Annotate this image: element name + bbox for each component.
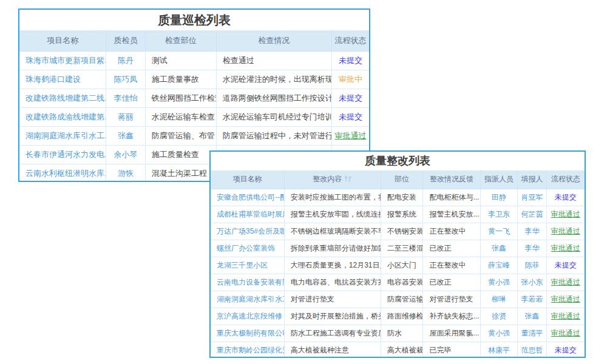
column-header-project-name: 项目名称 [19,30,106,51]
inspector-link[interactable]: 蒋丽 [118,112,134,121]
status-badge[interactable]: 未提交 [555,193,577,201]
assignee-link[interactable]: 薛宝峰 [488,261,510,269]
status-badge[interactable]: 审批通过 [551,329,580,337]
inspector-link[interactable]: 陈巧凤 [114,75,138,84]
cell-workflow-status: 审批通过 [546,206,585,223]
project-name-link[interactable]: 改建铁路线增建第二线... [25,93,106,103]
reporter-link[interactable]: 张小东 [521,278,543,286]
rectify-feedback-text: 报警主机安放... [429,210,479,218]
cell-project-name: 云南水利枢纽潜明水库... [19,164,106,182]
reporter-link[interactable]: 陈菲 [524,261,539,269]
status-badge[interactable]: 未提交 [555,346,577,354]
project-name-link[interactable]: 京沪高速北京段维修 [217,312,282,320]
project-name-link[interactable]: 长春市伊通河水力发电... [25,150,106,159]
cell-rectify-feedback: 报警主机安放... [423,206,480,223]
status-badge[interactable]: 未提交 [339,112,362,121]
assignee-link[interactable]: 李卫东 [488,210,510,218]
cell-inspect-result: 检查通过 [216,51,331,70]
status-badge[interactable]: 审批通过 [334,131,366,140]
reporter-link[interactable]: 张鑫 [524,312,539,320]
rectify-feedback-text: 正在整改中 [429,227,466,235]
reporter-link[interactable]: 李华 [524,227,539,235]
cell-project-name: 成都杜甫草堂临时展厅独立展... [211,206,284,223]
project-name-link[interactable]: 安徽合肥供电公司--配电设备... [217,193,284,201]
status-badge[interactable]: 审批通过 [551,278,580,286]
rectify-content-text: 大理石质量更换，12月31日之... [291,261,381,269]
reporter-link[interactable]: 李若若 [521,295,543,303]
column-header-label: 指派人员 [484,175,514,183]
column-header-label: 质检员 [114,36,138,45]
assignee-link[interactable]: 黄一飞 [488,227,510,235]
cell-reporter: 范思哲 [518,342,546,358]
cell-assignee: 薛宝峰 [480,257,518,274]
project-name-link[interactable]: 珠海鹤港口建设 [25,75,81,84]
cell-inspect-part: 施工质量检查 [145,145,216,164]
table-row: 重庆太极制药有限公司亳州中...防水工程施工选调有专业资质...防水屋面采用聚氯… [211,325,585,342]
reporter-link[interactable]: 何芷茵 [521,210,543,218]
rectify-content-text: 电力电容器、电抗器安装方案,... [291,278,381,286]
cell-project-name: 螺丝厂办公室装饰 [211,240,284,257]
project-name-link[interactable]: 螺丝厂办公室装饰 [217,244,275,252]
reporter-link[interactable]: 董清平 [521,329,543,337]
status-badge[interactable]: 未提交 [339,93,362,103]
reporter-link[interactable]: 李华 [524,244,539,252]
cell-inspect-part: 水泥砼运输车检查 [145,107,216,126]
assignee-link[interactable]: 张鑫 [492,244,506,252]
project-name-link[interactable]: 重庆太极制药有限公司亳州中... [217,329,284,337]
status-badge[interactable]: 审批中 [339,75,362,84]
status-badge[interactable]: 审批通过 [551,227,580,235]
cell-rectify-content: 安装时应按施工图的布置，将... [284,189,381,206]
cell-rectify-feedback: 屋面采用聚氯... [423,325,480,342]
project-name-link[interactable]: 万达广场35#会所及咖啡厅空... [217,227,284,235]
cell-inspector: 余小琴 [106,145,146,164]
cell-workflow-status: 未提交 [331,107,369,126]
project-name-link[interactable]: 珠海市城市更新项目紫... [25,56,106,65]
status-badge[interactable]: 审批通过 [551,210,580,218]
project-name-link[interactable]: 成都杜甫草堂临时展厅独立展... [217,210,284,218]
cell-inspector: 李佳怡 [106,89,146,107]
table-row: 湖南洞庭湖水库引水工程施工1标对管进行垫支防腐管运输...对管进行垫支柳琳李若若… [211,291,585,308]
assignee-link[interactable]: 柳琳 [492,295,506,303]
project-name-link[interactable]: 重庆市鹅岭公园绿化景观提升... [217,346,284,354]
part-text: 二至三楼混... [387,244,423,252]
inspector-link[interactable]: 陈丹 [118,56,134,65]
assignee-link[interactable]: 林康平 [488,346,510,354]
part-text: 小区大门 [387,261,416,269]
assignee-link[interactable]: 黄小强 [488,329,510,337]
cell-workflow-status: 未提交 [546,257,585,274]
project-name-link[interactable]: 湖南洞庭湖水库引水工程施工1标 [217,295,284,303]
cell-rectify-content: 对其及时开展整治措施，桥头... [284,308,381,325]
rectify-feedback-text: 补齐缺失标志... [429,312,479,320]
sort-icon[interactable] [344,175,352,184]
inspector-link[interactable]: 李佳怡 [114,93,138,103]
page-canvas: 质量巡检列表 项目名称 质检员 检查部位 检查情况 流程状态 珠海市城市更新项目… [0,0,607,364]
cell-inspect-result: 水泥砼灌注的时候，出现离析现象 [216,70,331,89]
status-badge[interactable]: 审批通过 [551,312,580,320]
table-row: 螺丝厂办公室装饰拆除到承重墙部分请做好加固...二至三楼混...已改正张鑫李华审… [211,240,585,257]
inspector-link[interactable]: 余小琴 [114,150,138,159]
status-badge[interactable]: 未提交 [555,261,577,269]
project-name-link[interactable]: 云南电力设备安装有限公司20... [217,278,284,286]
status-badge[interactable]: 未提交 [339,56,362,65]
assignee-link[interactable]: 黄小强 [488,278,510,286]
column-header-label: 部位 [395,175,409,183]
cell-rectify-feedback: 配电柜柜体与... [423,189,480,206]
cell-project-name: 湖南洞庭湖水库引水工... [19,126,106,145]
assignee-link[interactable]: 田静 [492,193,506,201]
project-name-link[interactable]: 云南水利枢纽潜明水库... [25,169,106,178]
inspect-part-text: 水泥砼运输车检查 [152,112,215,121]
status-badge[interactable]: 审批通过 [551,244,580,252]
cell-rectify-content: 防水工程施工选调有专业资质... [284,325,381,342]
table-row: 安徽合肥供电公司--配电设备...安装时应按施工图的布置，将...配电安装配电柜… [211,189,585,206]
inspector-link[interactable]: 张鑫 [118,131,134,140]
project-name-link[interactable]: 改建铁路成渝线增建第... [25,112,106,121]
project-name-link[interactable]: 湖南洞庭湖水库引水工... [25,131,106,140]
inspector-link[interactable]: 游恢 [118,169,134,178]
assignee-link[interactable]: 徐贤 [492,312,506,320]
column-header-project-name: 项目名称 [211,170,284,189]
reporter-link[interactable]: 范思哲 [521,346,543,354]
project-name-link[interactable]: 龙湖三千里小区 [217,261,268,269]
reporter-link[interactable]: 肖亚军 [521,193,543,201]
status-badge[interactable]: 审批通过 [551,295,580,303]
table-row: 改建铁路成渝线增建第...蒋丽水泥砼运输车检查水泥砼运输车司机经过专门培训...… [19,107,369,126]
